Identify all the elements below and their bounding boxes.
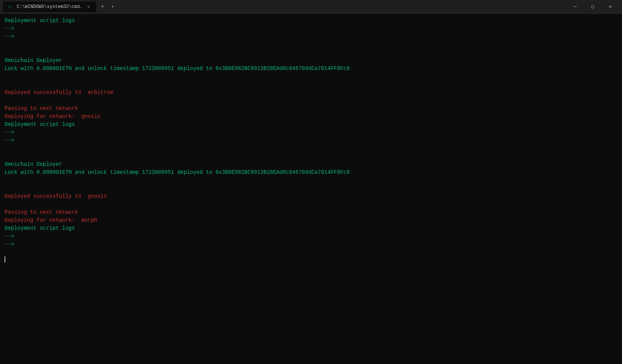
terminal-line: --> — [5, 129, 617, 137]
terminal-cursor — [5, 256, 5, 262]
terminal-line: --> — [5, 137, 617, 145]
terminal-line: Deployment script logs — [5, 121, 617, 129]
terminal-line — [5, 81, 617, 89]
terminal-line — [5, 248, 617, 256]
terminal-line — [5, 145, 617, 153]
terminal-line: Lock with 0.000001ETH and unlock timesta… — [5, 168, 617, 176]
terminal-line: --> — [5, 33, 617, 41]
window-controls: ─ ▢ ✕ — [566, 0, 619, 14]
terminal-line — [5, 97, 617, 105]
svg-text:C:\: C:\ — [9, 5, 13, 9]
terminal-content: Deployment script logs-->-->Omnichain De… — [0, 14, 622, 364]
terminal-line: Passing to next network — [5, 105, 617, 113]
tab-label: C:\WINDOWS\system32\cmd. — [17, 4, 83, 10]
terminal-line: --> — [5, 240, 617, 248]
terminal-line — [5, 184, 617, 192]
close-button[interactable]: ✕ — [601, 0, 619, 14]
terminal-line: Omnichain Deployer — [5, 57, 617, 65]
terminal-line — [5, 153, 617, 161]
cmd-icon: C:\ — [8, 4, 14, 10]
terminal-line — [5, 73, 617, 81]
terminal-cursor-line — [5, 256, 617, 262]
terminal-line: Deploying for network: morph — [5, 216, 617, 224]
terminal-line: Deployed successfully to arbitrum — [5, 89, 617, 97]
terminal-line — [5, 200, 617, 208]
terminal-line: --> — [5, 25, 617, 33]
terminal-line: Deployment script logs — [5, 224, 617, 232]
terminal-line: Deploying for network: gnosis — [5, 113, 617, 121]
terminal-line: Omnichain Deployer — [5, 161, 617, 168]
minimize-button[interactable]: ─ — [566, 0, 584, 14]
active-tab[interactable]: C:\ C:\WINDOWS\system32\cmd. ✕ — [3, 2, 96, 12]
terminal-line — [5, 41, 617, 49]
new-tab-button[interactable]: + — [98, 2, 108, 12]
tab-dropdown-button[interactable]: ▾ — [109, 2, 116, 11]
terminal-line: Deployed successfully to gnosis — [5, 192, 617, 200]
title-bar: C:\ C:\WINDOWS\system32\cmd. ✕ + ▾ ─ ▢ ✕ — [0, 0, 622, 14]
terminal-line — [5, 176, 617, 184]
terminal-line: Passing to next network — [5, 208, 617, 216]
terminal-line: Deployment script logs — [5, 17, 617, 25]
maximize-button[interactable]: ▢ — [584, 0, 601, 14]
terminal-line: --> — [5, 232, 617, 240]
terminal-line — [5, 49, 617, 57]
tab-close-button[interactable]: ✕ — [86, 4, 92, 10]
terminal-line: Lock with 0.000001ETH and unlock timesta… — [5, 65, 617, 73]
